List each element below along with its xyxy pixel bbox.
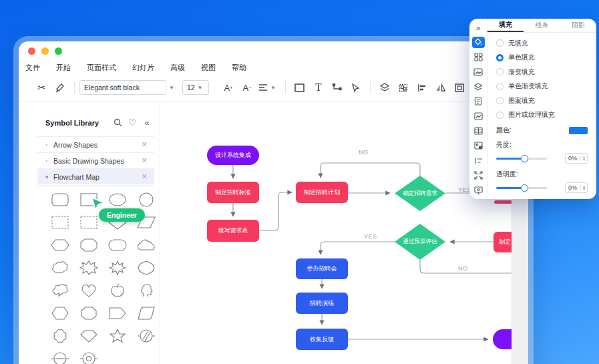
minimize-button[interactable] [41,47,49,55]
flow-node-decision[interactable]: 确定招聘需求 [395,176,445,211]
shape-stadium[interactable] [103,234,132,256]
slider-thumb[interactable] [521,155,528,162]
favorites-icon[interactable]: ♡ [125,118,140,128]
shape-circle-target[interactable] [74,347,103,364]
text-tool-icon[interactable]: T [309,79,328,96]
menu-page-style[interactable]: 页面样式 [87,63,116,73]
decrease-font-icon[interactable]: A− [238,79,256,96]
align-objects-icon[interactable] [413,79,431,96]
table-icon[interactable] [472,126,485,137]
close-button[interactable] [28,47,35,55]
shape-octagon-regular[interactable] [74,302,103,325]
menu-file[interactable]: 文件 [25,63,40,73]
document-icon[interactable] [472,96,485,107]
collapse-sidebar-icon[interactable]: « [140,118,154,128]
shape-star[interactable] [103,325,132,347]
menu-slides[interactable]: 幻灯片 [132,63,154,73]
shape-blob[interactable] [45,256,74,279]
shape-hexagon-regular[interactable] [45,302,74,325]
shape-cloud[interactable] [132,234,160,256]
fill-option-gradient[interactable]: 渐变填充 [487,65,596,79]
shape-rounded-tilted-square[interactable] [132,302,160,325]
brightness-slider[interactable] [496,155,547,162]
components-icon[interactable] [472,51,485,63]
shape-circle[interactable] [132,188,160,211]
chart-icon[interactable] [472,110,485,122]
picture-fill-icon[interactable] [472,140,485,152]
shape-quatrefoil[interactable] [45,325,74,347]
flip-icon[interactable] [431,79,450,96]
expand-arrows-icon[interactable] [472,170,485,181]
close-icon[interactable]: ✕ [142,156,148,165]
flow-node-decision[interactable]: 通过预算评估 [395,224,445,260]
bring-front-icon[interactable] [450,79,469,96]
flow-node-process[interactable]: 制定招聘标准 [207,182,259,203]
shape-heart[interactable] [74,279,103,302]
format-painter-icon[interactable] [51,79,69,96]
flow-node-process[interactable]: 制定招聘计划 [296,182,348,203]
indent-lines-icon[interactable] [472,155,485,166]
image-icon[interactable] [472,66,485,77]
shape-starburst-10[interactable] [74,256,103,279]
text-align-icon[interactable]: ▼ [256,79,280,96]
font-size-select[interactable]: 12▼ [182,80,209,95]
opacity-slider[interactable] [496,184,547,192]
connector-tool-icon[interactable] [328,79,347,96]
close-icon[interactable]: ✕ [142,172,148,181]
fill-option-pattern[interactable]: 图案填充 [487,94,596,108]
shape-starburst-8[interactable] [103,256,132,279]
slider-thumb[interactable] [521,184,528,192]
layers-icon[interactable] [375,79,394,96]
layers-icon[interactable] [472,81,485,92]
stepper-icon[interactable]: ▲▼ [580,185,587,190]
shape-tool-icon[interactable] [290,79,309,96]
flow-node-process[interactable]: 举办招聘会 [296,258,348,279]
sidebar-item-basic-drawing-shapes[interactable]: › Basic Drawing Shapes ✕ [37,153,154,168]
fill-option-solid-gradient[interactable]: 单色渐变填充 [487,79,596,94]
tab-shadow[interactable]: 阴影 [560,19,596,32]
shape-splat[interactable] [45,279,74,302]
fill-option-none[interactable]: 无填充 [487,36,596,51]
menu-advanced[interactable]: 高级 [170,63,185,73]
font-select[interactable]: Elegant soft black [79,80,166,95]
shape-octagon[interactable] [74,234,103,256]
fill-tool-icon[interactable] [472,37,485,48]
flow-node-process[interactable]: 招聘演练 [296,293,348,314]
close-icon[interactable]: ✕ [142,140,148,149]
tab-line[interactable]: 线条 [524,19,560,32]
shape-rounded-rectangle[interactable] [45,188,74,211]
shape-gem[interactable] [74,325,103,347]
increase-font-icon[interactable]: A+ [219,79,238,96]
shape-circle-line[interactable] [45,347,74,364]
shape-pentagon-arrow[interactable] [103,302,132,325]
fill-option-texture[interactable]: 图片或纹理填充 [487,108,596,123]
flow-node-start[interactable]: 设计系统集成 [207,146,259,165]
stepper-icon[interactable]: ▲▼ [580,156,587,161]
collapse-panel-icon[interactable]: » [472,22,485,33]
shape-rough-circle[interactable] [132,256,160,279]
presentation-icon[interactable] [472,184,485,196]
shape-dashed-rectangle[interactable] [45,211,74,234]
cut-icon[interactable]: ✂ [32,79,51,96]
shape-hexagon[interactable] [45,234,74,256]
shape-apple[interactable] [103,279,132,302]
shape-head-profile[interactable] [132,279,160,302]
group-icon[interactable] [394,79,413,96]
sidebar-item-arrow-shapes[interactable]: › Arrow Shapes ✕ [37,137,154,152]
brightness-value-input[interactable]: 0% ▲▼ [565,153,588,164]
tab-fill[interactable]: 填充 [487,19,524,32]
fill-option-solid[interactable]: 单色填充 [487,51,596,65]
flow-node-process[interactable]: 填写需求表 [207,220,259,242]
menu-view[interactable]: 视图 [201,63,216,73]
pointer-tool-icon[interactable] [347,79,365,96]
menu-home[interactable]: 开始 [56,63,71,73]
fill-color-swatch[interactable] [569,127,588,134]
shape-hatched-circle[interactable] [132,325,160,347]
shape-ellipse[interactable] [103,188,132,211]
zoom-button[interactable] [55,47,62,55]
font-select-caret[interactable]: ▼ [169,85,174,91]
flow-node-process[interactable]: 收集反馈 [296,329,348,350]
sidebar-item-flowchart-map[interactable]: ▾ Flowchart Map ✕ [37,169,154,184]
search-icon[interactable] [110,118,125,127]
opacity-value-input[interactable]: 0% ▲▼ [565,182,588,193]
